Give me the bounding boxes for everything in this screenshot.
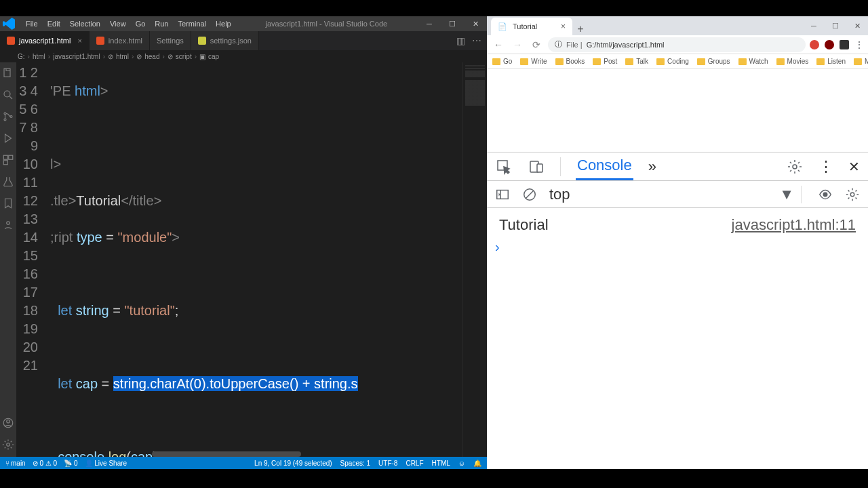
console-tab[interactable]: Console xyxy=(576,152,633,180)
bookmark-item[interactable]: Books xyxy=(555,58,585,65)
bookmark-item[interactable]: Movies xyxy=(776,58,809,65)
address-bar[interactable]: ⓘ File | G:/html/javascript1.html xyxy=(548,37,806,52)
devtools-tabs: Console » ⋮ ✕ xyxy=(487,152,868,181)
vscode-window: File Edit Selection View Go Run Terminal… xyxy=(0,16,487,469)
more-tabs-icon[interactable]: » xyxy=(648,158,656,176)
git-branch[interactable]: ⑂ main xyxy=(5,460,26,467)
bookmark-item[interactable]: Listen xyxy=(816,58,846,65)
page-content: Console » ⋮ ✕ top▼ Tutorial javascript1.… xyxy=(487,69,868,469)
breadcrumb[interactable]: G:› html› javascript1.html› ⊘html› ⊘head… xyxy=(0,50,487,62)
console-message[interactable]: Tutorial javascript1.html:11 xyxy=(487,214,868,237)
menu-help[interactable]: Help xyxy=(212,18,235,29)
settings-gear-icon[interactable] xyxy=(1,438,15,451)
devtools-settings-icon[interactable] xyxy=(786,158,804,176)
status-spaces[interactable]: Spaces: 1 xyxy=(340,460,370,467)
status-port[interactable]: 📡 0 xyxy=(64,460,77,467)
close-button[interactable]: ✕ xyxy=(846,16,868,35)
menu-run[interactable]: Run xyxy=(151,18,172,29)
maximize-button[interactable]: ☐ xyxy=(441,16,464,31)
status-feedback-icon[interactable]: ☺ xyxy=(458,460,465,467)
bookmark-item[interactable]: Post xyxy=(593,58,617,65)
tab-settings[interactable]: Settings xyxy=(150,31,191,50)
source-control-icon[interactable] xyxy=(1,110,15,123)
test-icon[interactable] xyxy=(1,175,15,188)
console-sidebar-icon[interactable] xyxy=(495,187,510,202)
tab-settings-json[interactable]: settings.json xyxy=(191,31,259,50)
chrome-tabstrip: 📄 Tutorial × + ─ ☐ ✕ xyxy=(487,16,868,35)
code-content[interactable]: 'PE html> l> .tle>Tutorial</title> ;ript… xyxy=(50,62,462,457)
tab-favicon-icon: 📄 xyxy=(498,22,507,31)
bookmarks-bar: Go Write Books Post Talk Coding Groups W… xyxy=(487,54,868,69)
svg-rect-0 xyxy=(4,68,10,77)
more-actions-icon[interactable]: ⋯ xyxy=(472,35,481,46)
chrome-menu-icon[interactable]: ⋮ xyxy=(854,39,864,50)
bookmark-item[interactable]: Coding xyxy=(656,58,689,65)
minimap[interactable] xyxy=(462,62,487,457)
menu-view[interactable]: View xyxy=(106,18,130,29)
inspect-element-icon[interactable] xyxy=(495,158,513,176)
search-icon[interactable] xyxy=(1,88,15,102)
bookmark-item[interactable]: Groups xyxy=(697,58,730,65)
console-source-link[interactable]: javascript1.html:11 xyxy=(732,216,856,234)
menu-go[interactable]: Go xyxy=(132,18,150,29)
clear-console-icon[interactable] xyxy=(522,187,537,202)
live-expression-icon[interactable] xyxy=(818,187,833,202)
vscode-logo-icon xyxy=(3,18,15,30)
new-tab-button[interactable]: + xyxy=(572,23,589,35)
status-eol[interactable]: CRLF xyxy=(406,460,423,467)
extensions-icon[interactable] xyxy=(1,153,15,167)
menu-selection[interactable]: Selection xyxy=(66,18,104,29)
tab-javascript1[interactable]: javascript1.html× xyxy=(0,31,90,50)
menu-terminal[interactable]: Terminal xyxy=(174,18,211,29)
devtools-close-icon[interactable]: ✕ xyxy=(848,159,860,175)
console-output[interactable]: Tutorial javascript1.html:11 › xyxy=(487,208,868,469)
minimize-button[interactable]: ─ xyxy=(803,16,825,35)
bookmark-item[interactable]: Music xyxy=(854,58,868,65)
menu-edit[interactable]: Edit xyxy=(43,18,64,29)
accounts-icon[interactable] xyxy=(1,416,15,430)
bookmark-item[interactable]: Write xyxy=(520,58,547,65)
code-editor[interactable]: 1 2 3 4 5 6 7 8 9 10 11 12 13 14 15 16 1… xyxy=(16,62,487,457)
liveshare-icon[interactable] xyxy=(1,218,15,232)
browser-tab[interactable]: 📄 Tutorial × xyxy=(491,18,572,35)
status-liveshare[interactable]: 👤 Live Share xyxy=(85,460,127,467)
site-info-icon[interactable]: ⓘ xyxy=(555,39,562,49)
bookmark-icon[interactable] xyxy=(1,197,15,210)
console-settings-icon[interactable] xyxy=(845,187,860,202)
address-bar-row: ← → ⟳ ⓘ File | G:/html/javascript1.html … xyxy=(487,35,868,54)
menu-file[interactable]: File xyxy=(22,18,42,29)
status-position[interactable]: Ln 9, Col 19 (49 selected) xyxy=(254,460,332,467)
status-bell-icon[interactable]: 🔔 xyxy=(473,460,481,467)
svg-rect-16 xyxy=(497,190,509,199)
extension-icon[interactable] xyxy=(840,40,849,49)
device-toggle-icon[interactable] xyxy=(528,158,545,176)
horizontal-scrollbar[interactable] xyxy=(84,451,438,457)
split-editor-icon[interactable]: ▥ xyxy=(456,35,465,46)
context-selector[interactable]: top▼ xyxy=(549,186,802,203)
tab-close-icon[interactable]: × xyxy=(77,37,81,45)
console-prompt[interactable]: › xyxy=(487,237,868,258)
extension-icon[interactable] xyxy=(825,40,834,49)
bookmark-item[interactable]: Talk xyxy=(625,58,648,65)
explorer-icon[interactable] xyxy=(1,66,15,80)
extension-icon[interactable] xyxy=(810,40,819,49)
forward-button[interactable]: → xyxy=(510,39,525,50)
bookmark-item[interactable]: Go xyxy=(492,58,512,65)
minimize-button[interactable]: ─ xyxy=(418,16,441,31)
devtools-menu-icon[interactable]: ⋮ xyxy=(818,158,833,176)
status-language[interactable]: HTML xyxy=(432,460,450,467)
svg-rect-14 xyxy=(537,164,542,172)
menu-bar: File Edit Selection View Go Run Terminal… xyxy=(18,18,235,29)
reload-button[interactable]: ⟳ xyxy=(529,39,544,50)
close-button[interactable]: ✕ xyxy=(464,16,487,31)
status-encoding[interactable]: UTF-8 xyxy=(378,460,397,467)
maximize-button[interactable]: ☐ xyxy=(825,16,846,35)
bookmark-item[interactable]: Watch xyxy=(738,58,768,65)
tab-index[interactable]: index.html xyxy=(90,31,150,50)
svg-point-1 xyxy=(4,91,10,97)
status-errors[interactable]: ⊘ 0 ⚠ 0 xyxy=(33,460,57,467)
back-button[interactable]: ← xyxy=(491,39,506,50)
html-file-icon xyxy=(7,37,15,45)
run-debug-icon[interactable] xyxy=(1,131,15,145)
tab-close-icon[interactable]: × xyxy=(561,22,566,31)
